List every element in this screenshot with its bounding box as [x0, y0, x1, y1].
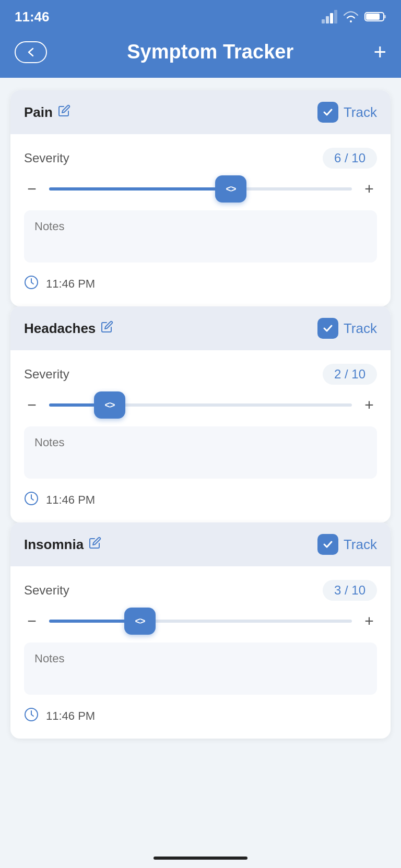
symptom-card-headaches: Headaches Track Severity: [10, 306, 391, 522]
notes-input-insomnia[interactable]: [24, 643, 377, 695]
notes-input-headaches[interactable]: [24, 426, 377, 479]
symptom-cards-container: Pain Track Severity: [10, 90, 391, 739]
card-header-pain: Pain Track: [10, 90, 391, 134]
slider-thumb-insomnia[interactable]: <>: [124, 608, 156, 635]
time-row-pain: 11:46 PM: [24, 275, 377, 296]
svg-rect-2: [366, 14, 380, 20]
clock-icon-headaches: [24, 491, 39, 509]
time-text-headaches: 11:46 PM: [46, 493, 95, 507]
back-button[interactable]: [15, 41, 47, 63]
track-checkbox-pain: [317, 102, 338, 123]
severity-label-insomnia: Severity: [24, 583, 69, 598]
thumb-arrows-pain: <>: [226, 184, 235, 195]
page-title: Symptom Tracker: [127, 41, 293, 63]
severity-label-headaches: Severity: [24, 367, 69, 382]
add-button[interactable]: +: [373, 41, 386, 63]
slider-thumb-headaches[interactable]: <>: [94, 391, 125, 419]
edit-icon-pain[interactable]: [58, 104, 70, 120]
slider-fill-pain: [49, 187, 231, 191]
card-header-insomnia: Insomnia Track: [10, 522, 391, 566]
slider-minus-pain[interactable]: −: [24, 180, 40, 198]
main-content: Pain Track Severity: [0, 78, 401, 751]
card-header-headaches: Headaches Track: [10, 306, 391, 350]
track-button-insomnia[interactable]: Track: [317, 534, 377, 555]
card-title-area-insomnia: Insomnia: [24, 537, 101, 553]
time-row-headaches: 11:46 PM: [24, 491, 377, 512]
svg-rect-1: [384, 15, 386, 18]
time-row-insomnia: 11:46 PM: [24, 707, 377, 728]
severity-row-pain: Severity 6 / 10: [24, 148, 377, 169]
card-body-insomnia: Severity 3 / 10 − <> +: [10, 566, 391, 739]
severity-row-insomnia: Severity 3 / 10: [24, 580, 377, 601]
slider-plus-insomnia[interactable]: +: [361, 612, 377, 630]
edit-icon-headaches[interactable]: [101, 320, 113, 336]
status-time: 11:46: [15, 9, 50, 25]
slider-row-insomnia: − <> +: [24, 612, 377, 630]
card-title-area-headaches: Headaches: [24, 320, 113, 337]
card-title-insomnia: Insomnia: [24, 537, 84, 553]
slider-track-insomnia[interactable]: <>: [49, 620, 352, 623]
card-title-headaches: Headaches: [24, 320, 96, 337]
slider-row-pain: − <> +: [24, 180, 377, 198]
slider-minus-headaches[interactable]: −: [24, 396, 40, 414]
clock-icon-pain: [24, 275, 39, 293]
slider-row-headaches: − <> +: [24, 396, 377, 414]
symptom-card-pain: Pain Track Severity: [10, 90, 391, 306]
time-text-insomnia: 11:46 PM: [46, 709, 95, 723]
symptom-card-insomnia: Insomnia Track Severity: [10, 522, 391, 739]
card-body-pain: Severity 6 / 10 − <> +: [10, 134, 391, 306]
slider-track-headaches[interactable]: <>: [49, 403, 352, 407]
track-label-insomnia: Track: [344, 537, 377, 553]
slider-minus-insomnia[interactable]: −: [24, 612, 40, 630]
track-button-headaches[interactable]: Track: [317, 318, 377, 339]
track-button-pain[interactable]: Track: [317, 102, 377, 123]
severity-label-pain: Severity: [24, 151, 69, 165]
battery-icon: [364, 11, 386, 22]
thumb-arrows-headaches: <>: [104, 400, 114, 411]
track-checkbox-headaches: [317, 318, 338, 339]
card-title-area-pain: Pain: [24, 104, 70, 121]
track-label-pain: Track: [344, 104, 377, 121]
signal-icon: [322, 10, 337, 23]
severity-row-headaches: Severity 2 / 10: [24, 364, 377, 385]
card-body-headaches: Severity 2 / 10 − <> +: [10, 350, 391, 522]
track-checkbox-insomnia: [317, 534, 338, 555]
time-text-pain: 11:46 PM: [46, 277, 95, 291]
clock-icon-insomnia: [24, 707, 39, 725]
card-title-pain: Pain: [24, 104, 53, 121]
slider-track-pain[interactable]: <>: [49, 187, 352, 191]
slider-plus-headaches[interactable]: +: [361, 396, 377, 414]
app-header: Symptom Tracker +: [0, 31, 401, 78]
wifi-icon: [343, 11, 359, 22]
status-bar: 11:46: [0, 0, 401, 31]
track-label-headaches: Track: [344, 320, 377, 337]
edit-icon-insomnia[interactable]: [89, 537, 101, 552]
notes-input-pain[interactable]: [24, 210, 377, 263]
status-icons: [322, 10, 386, 23]
thumb-arrows-insomnia: <>: [135, 616, 145, 627]
severity-value-insomnia: 3 / 10: [323, 580, 377, 601]
slider-thumb-pain[interactable]: <>: [215, 175, 246, 203]
home-indicator: [154, 857, 247, 860]
slider-plus-pain[interactable]: +: [361, 180, 377, 198]
severity-value-pain: 6 / 10: [323, 148, 377, 169]
severity-value-headaches: 2 / 10: [323, 364, 377, 385]
